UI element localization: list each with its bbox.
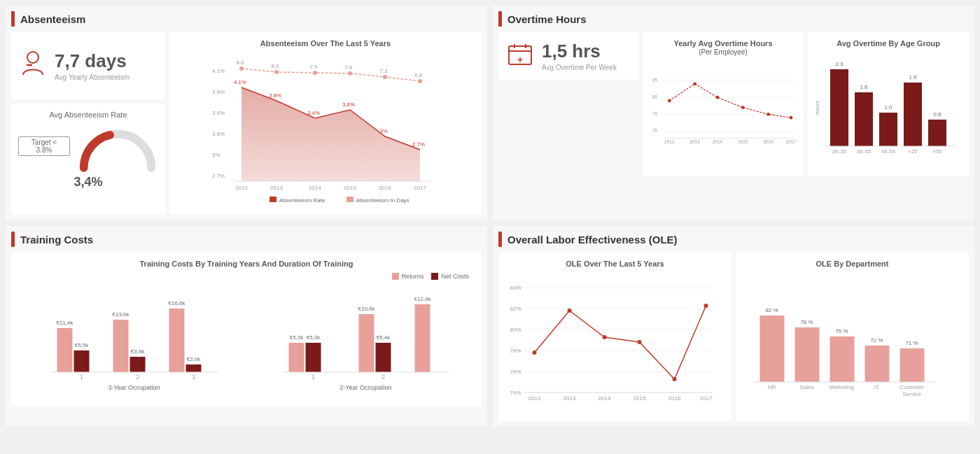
svg-point-13 [383, 75, 387, 79]
ole-title: Overall Labor Effectiveness (OLE) [507, 234, 678, 246]
svg-text:74%: 74% [510, 390, 522, 396]
svg-text:46-54: 46-54 [881, 148, 896, 155]
absenteeism-days-value: 7,7 days [55, 50, 130, 72]
svg-text:3.8%: 3.8% [269, 92, 281, 99]
svg-text:78%: 78% [510, 348, 522, 354]
svg-point-10 [274, 70, 279, 74]
svg-text:2.3: 2.3 [835, 61, 844, 67]
svg-point-129 [673, 377, 677, 381]
svg-text:3-Year Occupation: 3-Year Occupation [108, 384, 160, 391]
svg-text:3.6%: 3.6% [342, 101, 355, 108]
svg-text:€5,3k: €5,3k [307, 334, 321, 341]
svg-text:€5,4k: €5,4k [377, 334, 391, 341]
svg-text:2.7%: 2.7% [412, 141, 425, 148]
ole-header: Overall Labor Effectiveness (OLE) [498, 232, 969, 247]
training-legend: Returns Net Costs [18, 272, 475, 282]
svg-text:3%: 3% [379, 128, 388, 134]
training-chart-title: Training Costs By Training Years And Dur… [18, 260, 475, 268]
legend-net: Net Costs [431, 273, 469, 280]
svg-text:Absenteeism In Days: Absenteeism In Days [356, 197, 410, 204]
svg-text:HR: HR [768, 384, 776, 390]
svg-text:2013: 2013 [270, 185, 283, 191]
two-year-chart: €5,3k €5,3k €10,6k €5,4k €12,4k 1 2 2-Ye… [250, 285, 475, 399]
absenteeism-chart-card: Absenteeism Over The Last 5 Years 4.1% 3… [169, 32, 482, 215]
svg-text:3%: 3% [212, 152, 220, 158]
svg-text:71 %: 71 % [905, 340, 918, 346]
svg-text:€11,4k: €11,4k [56, 320, 74, 326]
svg-text:€16,6k: €16,6k [168, 300, 186, 306]
svg-text:2016: 2016 [379, 185, 391, 191]
svg-rect-66 [830, 69, 848, 146]
yearly-overtime-svg: 85 80 75 70 [650, 60, 797, 165]
svg-rect-99 [289, 343, 304, 372]
svg-point-55 [741, 106, 745, 109]
svg-text:72 %: 72 % [870, 337, 883, 343]
svg-rect-87 [130, 357, 146, 372]
overtime-stat-card: 1,5 hrs Avg Overtime Per Week [498, 32, 638, 80]
svg-rect-103 [359, 314, 374, 372]
svg-text:82%: 82% [510, 306, 522, 312]
svg-text:2014: 2014 [713, 139, 723, 144]
svg-rect-82 [57, 328, 73, 372]
svg-text:>55: >55 [932, 148, 942, 155]
svg-text:2014: 2014 [598, 395, 611, 402]
absenteeism-days-label: Avg Yearly Absenteeism [55, 73, 130, 81]
svg-text:€5,3k: €5,3k [290, 334, 304, 341]
absenteeism-chart-title: Absenteeism Over The Last 5 Years [176, 39, 475, 48]
svg-rect-104 [376, 343, 391, 372]
svg-rect-107 [415, 304, 430, 372]
svg-rect-140 [830, 336, 855, 382]
svg-text:1.0: 1.0 [884, 104, 892, 111]
two-year-svg: €5,3k €5,3k €10,6k €5,4k €12,4k 1 2 2-Ye… [250, 285, 475, 397]
overtime-hrs-label: Avg Overtime Per Week [542, 64, 617, 71]
svg-rect-139 [795, 327, 820, 382]
svg-text:2: 2 [382, 374, 385, 381]
training-section: Training Costs Training Costs By Trainin… [6, 226, 487, 427]
training-charts: €11,4k €5,5k €13,6k €3,9k €16,6k €2,0k 1 [18, 285, 475, 399]
gauge-value: 3,4% [18, 175, 158, 190]
svg-text:80: 80 [652, 94, 658, 99]
svg-text:8.0: 8.0 [271, 63, 279, 69]
ole-bar-title: OLE By Department [743, 260, 962, 268]
age-chart-title: Avg Overtime By Age Group [815, 39, 962, 48]
svg-text:€10,6k: €10,6k [358, 306, 375, 312]
svg-point-11 [313, 71, 317, 75]
svg-text:Absenteeism Rate: Absenteeism Rate [279, 197, 326, 204]
overtime-section: Overtime Hours [493, 6, 974, 220]
svg-text:Marketing: Marketing [830, 384, 854, 390]
absenteeism-bar [11, 11, 15, 27]
svg-text:75: 75 [652, 111, 658, 116]
svg-text:1.6: 1.6 [860, 84, 868, 90]
gauge-title: Avg Absenteeism Rate [18, 111, 158, 119]
legend-returns: Returns [392, 273, 424, 280]
svg-rect-90 [169, 308, 185, 372]
person-icon [20, 50, 46, 81]
svg-rect-142 [900, 348, 925, 382]
svg-point-128 [638, 340, 642, 344]
svg-text:hours: hours [815, 101, 820, 115]
svg-rect-83 [74, 350, 90, 372]
svg-text:Service: Service [902, 391, 921, 397]
absenteeism-section: Absenteeism 7,7 days Avg Yearly Absentee… [6, 6, 487, 220]
svg-point-54 [716, 96, 720, 99]
svg-text:2014: 2014 [309, 185, 321, 191]
svg-point-126 [568, 308, 572, 313]
svg-rect-91 [186, 364, 202, 372]
svg-text:26-35: 26-35 [832, 148, 847, 155]
svg-rect-67 [855, 92, 873, 146]
svg-text:75 %: 75 % [835, 328, 848, 334]
ole-bar-svg: 82 % 78 % 75 % 72 % 71 % HR Sales Market… [743, 272, 962, 412]
ole-section: Overall Labor Effectiveness (OLE) OLE Ov… [493, 226, 974, 427]
svg-point-130 [704, 304, 708, 308]
svg-text:3: 3 [192, 374, 195, 381]
gauge-svg [77, 123, 158, 172]
svg-text:84%: 84% [510, 285, 522, 291]
svg-text:2012: 2012 [664, 139, 675, 144]
svg-text:2: 2 [136, 374, 139, 381]
legend-net-box [431, 273, 438, 280]
svg-text:2017: 2017 [414, 185, 426, 191]
svg-text:€2,0k: €2,0k [187, 356, 202, 362]
svg-text:1: 1 [312, 374, 315, 381]
svg-text:76%: 76% [510, 369, 522, 375]
absenteeism-gauge-card: Avg Absenteeism Rate Target < 3.8% 3,4% [11, 104, 165, 215]
